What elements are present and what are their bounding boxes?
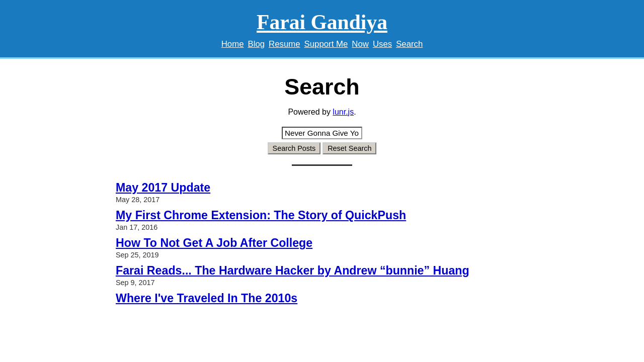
search-buttons: Search Posts Reset Search	[268, 142, 377, 154]
nav-item-home[interactable]: Home	[221, 39, 244, 49]
list-item: Farai Reads... The Hardware Hacker by An…	[116, 264, 528, 287]
list-item: Where I've Traveled In The 2010s	[116, 292, 528, 305]
search-input[interactable]	[282, 127, 362, 139]
reset-search-button[interactable]: Reset Search	[323, 142, 376, 154]
nav-item-uses[interactable]: Uses	[373, 39, 392, 49]
search-posts-button[interactable]: Search Posts	[268, 142, 321, 154]
post-date-2: Sep 25, 2019	[116, 251, 528, 259]
period: .	[354, 108, 356, 116]
post-date-1: Jan 17, 2016	[116, 223, 528, 231]
list-item: May 2017 UpdateMay 28, 2017	[116, 181, 528, 204]
nav-item-search[interactable]: Search	[396, 39, 423, 49]
divider	[292, 164, 352, 166]
main-nav: HomeBlogResumeSupport MeNowUsesSearch	[0, 39, 644, 49]
page-title: Search	[116, 74, 528, 100]
search-form: Search Posts Reset Search	[116, 127, 528, 154]
powered-by-label: Powered by	[288, 108, 333, 116]
post-title-link-3[interactable]: Farai Reads... The Hardware Hacker by An…	[116, 264, 528, 278]
lunrjs-link[interactable]: lunr.js	[333, 108, 354, 116]
list-item: How To Not Get A Job After CollegeSep 25…	[116, 236, 528, 259]
site-header: Farai Gandiya HomeBlogResumeSupport MeNo…	[0, 0, 644, 59]
nav-item-support-me[interactable]: Support Me	[304, 39, 348, 49]
site-title-link[interactable]: Farai Gandiya	[257, 22, 387, 31]
post-title-link-1[interactable]: My First Chrome Extension: The Story of …	[116, 209, 528, 222]
nav-item-blog[interactable]: Blog	[248, 39, 265, 49]
post-title-link-2[interactable]: How To Not Get A Job After College	[116, 236, 528, 250]
list-item: My First Chrome Extension: The Story of …	[116, 209, 528, 231]
post-list: May 2017 UpdateMay 28, 2017My First Chro…	[116, 181, 528, 305]
post-date-3: Sep 9, 2017	[116, 279, 528, 287]
main-content: Search Powered by lunr.js. Search Posts …	[96, 59, 548, 324]
nav-item-resume[interactable]: Resume	[269, 39, 300, 49]
post-date-0: May 28, 2017	[116, 196, 528, 204]
site-title: Farai Gandiya	[257, 10, 387, 34]
post-title-link-0[interactable]: May 2017 Update	[116, 181, 528, 195]
nav-item-now[interactable]: Now	[352, 39, 369, 49]
powered-by-text: Powered by lunr.js.	[116, 108, 528, 117]
post-title-link-4[interactable]: Where I've Traveled In The 2010s	[116, 292, 528, 305]
